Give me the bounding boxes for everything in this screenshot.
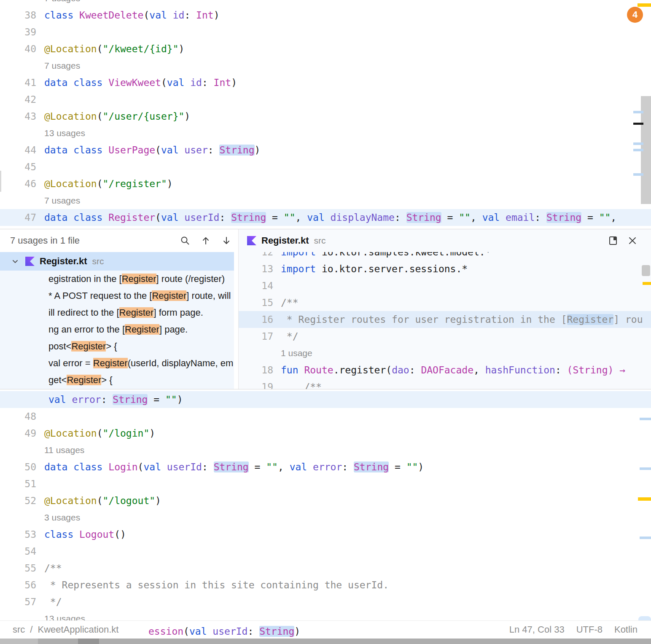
code-line[interactable]: 57 */ xyxy=(0,593,651,610)
code-line[interactable]: 12import io.ktor.samples.kweet.model.* xyxy=(239,252,651,260)
usage-text: ng an error to the [ xyxy=(48,324,125,335)
chevron-down-icon[interactable] xyxy=(11,257,19,266)
code-line[interactable]: 56 * Represents a session in this site c… xyxy=(0,577,651,593)
code-line[interactable]: 49@Location("/login") xyxy=(0,425,651,442)
code-line[interactable]: 50data class Login(val userId: String = … xyxy=(0,459,651,475)
code-line[interactable]: 11 usages xyxy=(0,442,651,459)
error-stripe-mark[interactable] xyxy=(640,537,651,539)
code-line[interactable]: 42 xyxy=(0,91,651,108)
error-stripe-mark[interactable] xyxy=(640,467,651,470)
line-number xyxy=(0,125,36,142)
search-icon[interactable] xyxy=(180,236,190,246)
code-line[interactable]: 7 usages xyxy=(0,0,651,7)
code-line[interactable]: 7 usages xyxy=(0,192,651,209)
usages-inlay-hint[interactable]: 13 usages xyxy=(36,610,85,620)
code-token: ( xyxy=(97,178,103,189)
code-line[interactable]: 46@Location("/register") xyxy=(0,175,651,192)
code-token: ) xyxy=(231,77,237,88)
line-number: 49 xyxy=(0,425,36,442)
code-token: data class xyxy=(44,462,108,472)
arrow-up-icon[interactable] xyxy=(201,236,211,246)
usages-inlay-hint[interactable]: 7 usages xyxy=(36,0,80,7)
usages-list-panel: 7 usages in 1 file Register.kt src egist… xyxy=(0,229,239,389)
preview-warning-stripe-mark[interactable] xyxy=(643,282,651,285)
usages-inlay-hint[interactable]: 11 usages xyxy=(36,442,84,459)
file-group-row[interactable]: Register.kt src xyxy=(0,252,234,271)
usage-row[interactable]: ng an error to the [Register] page. xyxy=(0,321,234,338)
line-number: 48 xyxy=(0,408,36,425)
open-in-editor-icon[interactable] xyxy=(608,236,618,246)
code-line[interactable]: 7 usages xyxy=(0,57,651,74)
code-token: Int xyxy=(214,77,231,88)
error-stripe-mark[interactable] xyxy=(640,418,651,420)
error-stripe-mark[interactable] xyxy=(633,142,643,145)
code-token: ( xyxy=(143,10,149,21)
code-line[interactable]: 3 usages xyxy=(0,509,651,526)
error-stripe-mark[interactable] xyxy=(633,173,643,176)
preview-scrollbar-thumb[interactable] xyxy=(642,265,650,276)
usage-row[interactable]: post<Register> { xyxy=(0,338,234,355)
language-widget[interactable]: Kotlin xyxy=(614,624,638,635)
usages-inlay-hint[interactable]: 3 usages xyxy=(36,509,80,526)
code-line[interactable]: 54 xyxy=(0,543,651,560)
code-token: DAOFacade xyxy=(421,365,473,376)
code-line[interactable]: 45 xyxy=(0,158,651,175)
code-line[interactable]: 51 xyxy=(0,475,651,492)
code-token: ) xyxy=(214,10,220,21)
breadcrumb-file[interactable]: KweetApplication.kt xyxy=(38,624,118,635)
close-icon[interactable] xyxy=(627,236,638,246)
code-line[interactable]: 15/** xyxy=(239,294,651,311)
code-line[interactable]: 1 usage xyxy=(239,345,651,362)
error-stripe-caret-mark[interactable] xyxy=(633,123,643,125)
code-line[interactable]: 48 xyxy=(0,408,651,425)
encoding-widget[interactable]: UTF-8 xyxy=(576,624,603,635)
usage-row[interactable]: egistration in the [Register] route (/re… xyxy=(0,271,234,287)
usage-row[interactable]: get<Register> { xyxy=(0,372,234,389)
line-number: 38 xyxy=(0,7,36,24)
code-line[interactable]: 38class KweetDelete(val id: Int) xyxy=(0,7,651,24)
code-token: Login xyxy=(108,462,137,472)
error-stripe-mark[interactable] xyxy=(633,111,643,113)
arrow-down-icon[interactable] xyxy=(221,236,231,246)
error-stripe-mark[interactable] xyxy=(633,149,643,151)
code-token: ( xyxy=(138,462,144,472)
inspections-badge[interactable]: 4 xyxy=(627,7,643,23)
error-stripe-warning-mark[interactable] xyxy=(638,497,651,501)
code-line[interactable]: 16 * Register routes for user registrati… xyxy=(239,311,651,328)
code-line[interactable]: 55/** xyxy=(0,560,651,577)
usage-row[interactable]: val error = Register(userId, displayName… xyxy=(0,355,234,372)
code-line[interactable]: 14 xyxy=(239,277,651,294)
window-edge-segment xyxy=(78,639,99,644)
status-bar: src / KweetApplication.kt Ln 47, Col 33 … xyxy=(0,620,651,639)
usage-row[interactable]: * A POST request to the [Register] route… xyxy=(0,287,234,304)
code-line[interactable]: val error: String = "") xyxy=(0,391,651,408)
code-token: ) xyxy=(255,145,261,156)
code-line[interactable]: 52@Location("/logout") xyxy=(0,492,651,509)
code-text: * Represents a session in this site cont… xyxy=(36,577,389,593)
code-line[interactable]: 17 */ xyxy=(239,328,651,345)
line-number: 47 xyxy=(0,209,36,226)
caret-position-widget[interactable]: Ln 47, Col 33 xyxy=(509,624,565,635)
code-line[interactable]: 39 xyxy=(0,24,651,40)
code-line[interactable]: 19 /** xyxy=(239,378,651,389)
code-line[interactable]: 43@Location("/user/{user}") xyxy=(0,108,651,125)
usage-row[interactable]: ill redirect to the [Register] form page… xyxy=(0,304,234,321)
usages-inlay-hint[interactable]: 13 usages xyxy=(36,125,85,142)
code-line[interactable]: 44data class UserPage(val user: String) xyxy=(0,142,651,158)
code-line[interactable]: 53class Logout() xyxy=(0,526,651,543)
code-line[interactable]: 41data class ViewKweet(val id: Int) xyxy=(0,74,651,91)
error-stripe-warning-mark[interactable] xyxy=(638,3,651,7)
code-line[interactable]: 18fun Route.register(dao: DAOFacade, has… xyxy=(239,362,651,378)
usages-inlay-hint[interactable]: 7 usages xyxy=(36,57,80,74)
code-line[interactable]: 13import io.ktor.server.sessions.* xyxy=(239,260,651,277)
line-number: 16 xyxy=(239,311,273,328)
usage-match-highlight: Register xyxy=(93,358,128,368)
usages-inlay-hint[interactable]: 7 usages xyxy=(36,192,80,209)
code-token: hashFunction xyxy=(485,365,555,376)
code-line[interactable]: 13 usages xyxy=(0,125,651,142)
code-line[interactable]: 40@Location("/kweet/{id}") xyxy=(0,40,651,57)
breadcrumb-src[interactable]: src xyxy=(13,624,25,635)
code-line[interactable]: 13 usages xyxy=(0,610,651,620)
code-line[interactable]: 47data class Register(val userId: String… xyxy=(0,209,651,226)
usages-inlay-hint[interactable]: 1 usage xyxy=(273,345,312,362)
